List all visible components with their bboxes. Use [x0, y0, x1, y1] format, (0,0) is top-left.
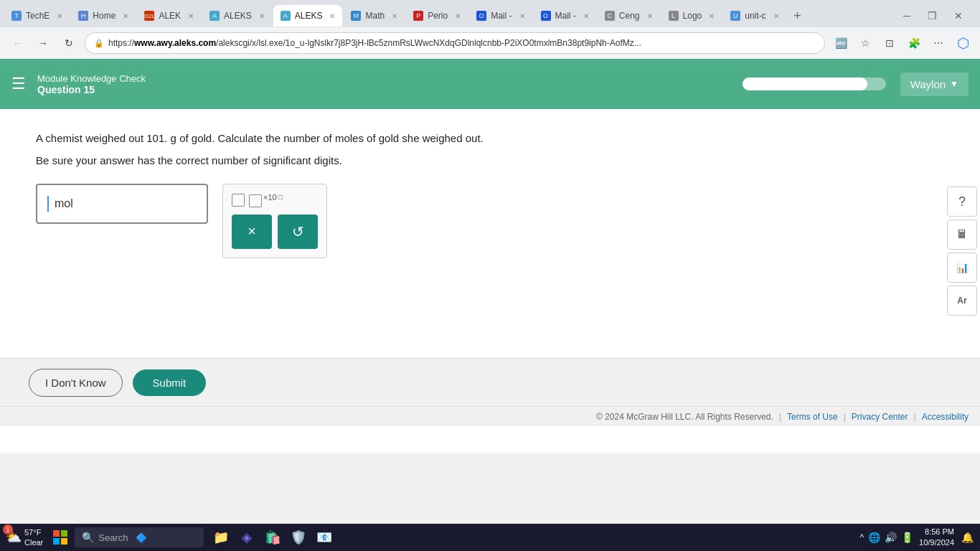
restore-button[interactable]: ❐	[922, 7, 943, 24]
search-placeholder: Search	[98, 532, 128, 543]
tab-close-unit[interactable]: ✕	[773, 12, 779, 20]
outlook-icon: 📧	[316, 529, 332, 545]
user-menu-button[interactable]: Waylon ▼	[900, 72, 969, 96]
address-bar[interactable]: 🔒 https://www.awy.aleks.com/alekscgi/x/l…	[85, 32, 825, 54]
tab-close-logo[interactable]: ✕	[709, 12, 715, 20]
notification-center-button[interactable]: 🔔	[960, 530, 974, 545]
tab-close-mail2[interactable]: ✕	[583, 12, 589, 20]
reader-mode-icon[interactable]: 🔤	[831, 33, 851, 53]
store-app[interactable]: 🛍️	[261, 526, 284, 549]
weather-widget[interactable]: 1 ⛅ 57°F Clear	[6, 527, 43, 548]
tab-close-aleks2[interactable]: ✕	[329, 12, 335, 20]
tab-aleks2[interactable]: A ALEKS ✕	[273, 5, 343, 27]
mcafee-icon: 🛡️	[291, 529, 306, 545]
svg-rect-3	[61, 538, 67, 545]
tab-title-home: Home	[93, 11, 116, 21]
copyright-text: © 2024 McGraw Hill LLC. All Rights Reser…	[596, 412, 773, 422]
right-sidebar: ? 🖩 📊 Ar	[944, 181, 980, 321]
tab-close-home[interactable]: ✕	[123, 12, 128, 20]
tab-title-d2l: ALEK	[159, 11, 181, 21]
bottom-action-bar: I Don't Know Submit	[0, 358, 980, 407]
copilot-app[interactable]: ◈	[235, 526, 258, 549]
tab-close-mail1[interactable]: ✕	[519, 12, 525, 20]
progress-bar-container	[743, 77, 886, 90]
tab-d2l[interactable]: D2L ALEK ✕	[137, 5, 201, 27]
svg-rect-1	[61, 530, 67, 537]
tab-ceng[interactable]: C Ceng ✕	[598, 5, 660, 27]
weather-info: 57°F Clear	[24, 527, 43, 548]
taskbar: 1 ⛅ 57°F Clear 🔍 Search 🔷 📁 ◈ 🛍️	[0, 524, 980, 551]
lock-icon: 🔒	[94, 39, 104, 48]
more-options-icon[interactable]: ⋯	[928, 33, 948, 53]
delete-button[interactable]: ×	[232, 215, 272, 249]
minimize-button[interactable]: ─	[897, 7, 916, 24]
browser-extension-icon[interactable]: 🧩	[904, 33, 924, 53]
forward-button[interactable]: →	[33, 33, 53, 53]
favorites-icon[interactable]: ☆	[855, 33, 875, 53]
calculator-button[interactable]: 🖩	[947, 220, 977, 250]
start-button[interactable]	[49, 526, 72, 549]
battery-icon[interactable]: 🔋	[901, 532, 913, 543]
system-tray: ^ 🌐 🔊 🔋	[859, 532, 913, 543]
periodic-table-icon: Ar	[957, 296, 966, 306]
unit-label: mol	[55, 197, 73, 210]
volume-icon[interactable]: 🔊	[885, 532, 897, 543]
chart-button[interactable]: 📊	[947, 253, 977, 283]
tab-period[interactable]: P Perio ✕	[406, 5, 468, 27]
toolbar-icons: 🔤 ☆ ⊡ 🧩 ⋯ ⬡	[831, 33, 973, 53]
progress-bar-background	[743, 77, 886, 90]
keypad-buttons: × ↺	[232, 215, 318, 249]
accessibility-link[interactable]: Accessibility	[922, 412, 969, 422]
tab-home[interactable]: H Home ✕	[71, 5, 136, 27]
weather-notification-badge: 1	[3, 524, 13, 534]
network-icon[interactable]: 🌐	[868, 532, 880, 543]
tab-close-math[interactable]: ✕	[392, 12, 397, 20]
tab-close-period[interactable]: ✕	[455, 12, 461, 20]
question-text-2: Be sure your answer has the correct numb…	[36, 154, 944, 166]
periodic-table-button[interactable]: Ar	[947, 286, 977, 316]
tab-mail2[interactable]: O Mail - ✕	[534, 5, 596, 27]
aleks-header: ☰ Module Knowledge Check Question 15 Way…	[0, 59, 980, 109]
answer-input-box[interactable]: mol	[36, 184, 208, 224]
submit-button[interactable]: Submit	[133, 369, 207, 396]
tab-tech[interactable]: T TechE ✕	[4, 5, 70, 27]
dont-know-button[interactable]: I Don't Know	[29, 369, 123, 397]
back-button[interactable]: ←	[7, 33, 27, 53]
hamburger-menu[interactable]: ☰	[11, 75, 26, 93]
text-cursor	[47, 196, 49, 212]
new-tab-button[interactable]: +	[788, 6, 808, 26]
close-button[interactable]: ✕	[948, 7, 969, 24]
address-text: https://www.awy.aleks.com/alekscgi/x/lsl…	[108, 38, 641, 48]
reset-button[interactable]: ↺	[278, 215, 318, 249]
refresh-button[interactable]: ↻	[59, 33, 79, 53]
tab-close-aleks1[interactable]: ✕	[259, 12, 265, 20]
file-explorer-app[interactable]: 📁	[209, 526, 232, 549]
help-button[interactable]: ?	[947, 187, 977, 217]
browser-chrome: T TechE ✕ H Home ✕ D2L ALEK ✕ A ALEKS ✕ …	[0, 0, 980, 59]
terms-of-use-link[interactable]: Terms of Use	[787, 412, 838, 422]
tab-close-tech[interactable]: ✕	[57, 12, 62, 20]
window-controls: ─ ❐ ✕	[897, 7, 976, 24]
module-title: Module Knowledge Check	[37, 73, 728, 84]
tab-unit[interactable]: U unit-c ✕	[723, 5, 786, 27]
time-display[interactable]: 8:56 PM 10/9/2024	[919, 527, 954, 549]
tab-logo[interactable]: L Logo ✕	[661, 5, 722, 27]
tab-math[interactable]: M Math ✕	[344, 5, 405, 27]
privacy-center-link[interactable]: Privacy Center	[852, 412, 908, 422]
taskbar-search[interactable]: 🔍 Search 🔷	[75, 527, 204, 547]
store-icon: 🛍️	[265, 529, 281, 545]
svg-rect-2	[53, 538, 60, 545]
bar-chart-icon: 📊	[956, 262, 969, 273]
tab-title-math: Math	[365, 11, 385, 21]
tray-expand-icon[interactable]: ^	[859, 532, 864, 542]
user-name: Waylon	[910, 78, 946, 90]
mcafee-app[interactable]: 🛡️	[287, 526, 310, 549]
tab-title-logo: Logo	[683, 11, 702, 21]
tab-close-ceng[interactable]: ✕	[647, 12, 653, 20]
collections-icon[interactable]: ⊡	[880, 33, 900, 53]
tab-aleks1[interactable]: A ALEKS ✕	[202, 5, 272, 27]
tab-close-d2l[interactable]: ✕	[188, 12, 194, 20]
file-explorer-icon: 📁	[213, 529, 229, 545]
outlook-app[interactable]: 📧	[313, 526, 336, 549]
tab-mail1[interactable]: O Mail - ✕	[469, 5, 532, 27]
